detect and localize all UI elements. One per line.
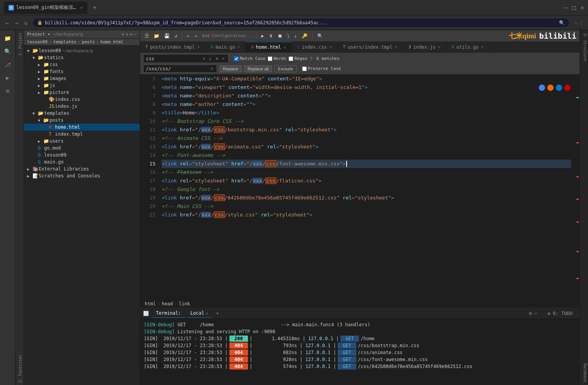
global-search-btn[interactable]: 🔍	[316, 32, 325, 39]
search-icon[interactable]: 🔍	[2, 46, 14, 57]
step-into-btn[interactable]: ↓	[292, 32, 298, 39]
close-tab-btn[interactable]: ✕	[238, 44, 240, 49]
regex-option[interactable]: Regex	[289, 56, 307, 61]
forward-btn[interactable]: →	[13, 19, 19, 27]
structure-label[interactable]: 3: Structure	[580, 30, 588, 64]
tree-item-index-css[interactable]: ▶ 🎨 index.css	[24, 96, 140, 103]
address-bar[interactable]: 🔒 bilibili.com/video/BV1gJ411p7xC/?p=98&…	[32, 18, 570, 28]
tree-item-images[interactable]: ▶ 📁 images	[24, 75, 140, 82]
explorer-icon[interactable]: 📁	[2, 32, 14, 44]
close-tab-btn[interactable]: ✕	[395, 44, 397, 49]
back-btn[interactable]: ←	[4, 19, 10, 27]
terminal-content[interactable]: [GIN-debug] GET /home --> main.main.func…	[140, 319, 579, 385]
bc-head[interactable]: head	[162, 301, 173, 307]
menu-btn[interactable]: ☰	[143, 32, 150, 39]
sync-btn[interactable]: ↺	[173, 32, 179, 39]
tree-item-js[interactable]: ▶ 📁 js	[24, 82, 140, 89]
find-input[interactable]	[146, 56, 200, 61]
tab-utils-go[interactable]: G utils.go ✕	[446, 42, 489, 52]
terminal-tab[interactable]: Terminal:	[152, 309, 185, 318]
tab-home-html[interactable]: H home.html ✕	[246, 42, 292, 52]
tree-item-picture[interactable]: ▶ 📁 picture	[24, 89, 140, 96]
step-over-btn[interactable]: ⤵	[285, 32, 291, 39]
pause-btn[interactable]: ⏸	[267, 32, 275, 39]
tree-item-users[interactable]: ▶ 📁 users	[24, 138, 140, 145]
bc-html[interactable]: html	[145, 301, 156, 307]
multiline-btn[interactable]: ≡	[215, 56, 220, 61]
tree-item-posts[interactable]: ▼ 📂 posts	[24, 117, 140, 124]
run-btn[interactable]: ▶	[260, 32, 265, 39]
extensions-icon[interactable]: ⊞	[2, 85, 14, 97]
close-btn[interactable]: ✕	[580, 4, 584, 11]
sidebar-sort-btn[interactable]: ⇅	[126, 32, 128, 37]
code-area[interactable]: <meta http-equiv="X-UA-Compatible" conte…	[159, 75, 574, 300]
back-btn[interactable]: ←	[185, 32, 191, 39]
regex-help-btn[interactable]: ?	[309, 56, 313, 61]
bc-link[interactable]: link	[179, 301, 190, 307]
close-tab-btn[interactable]: ✕	[284, 45, 286, 50]
replace-input[interactable]	[146, 66, 208, 72]
tree-item-scratches[interactable]: ▶ 📝 Scratches and Consoles	[24, 172, 140, 179]
maximize-btn[interactable]: □	[572, 4, 576, 11]
git-icon[interactable]: ⎇	[2, 59, 14, 70]
tree-item-lesson09[interactable]: ▼ 📂 lesson09 ~/workspace/g	[24, 47, 140, 54]
bc-home-html[interactable]: home.html	[101, 39, 124, 44]
config-btn[interactable]: Add Configuration...	[202, 33, 253, 38]
new-tab-btn[interactable]: +	[91, 4, 99, 11]
save-btn[interactable]: 💾	[162, 32, 171, 39]
todo-tab[interactable]: ≡ 6: TODO	[544, 309, 576, 318]
terminal-settings-btn[interactable]: ⚙	[529, 310, 532, 316]
local-close[interactable]: ✕	[206, 311, 208, 315]
whole-words-option[interactable]: Words	[268, 56, 286, 61]
favorites-label[interactable]: 2: Favorites	[15, 353, 24, 385]
tree-item-home-html[interactable]: ▶ H home.html	[24, 124, 140, 131]
tree-item-external[interactable]: ▶ 📚 External Libraries	[24, 165, 140, 172]
close-search-btn[interactable]: ✕	[221, 56, 226, 61]
tree-item-index-tmpl[interactable]: ▶ T index.tmpl	[24, 131, 140, 138]
replace-button[interactable]: Replace	[219, 65, 242, 72]
sidebar-add-btn[interactable]: ⊕	[122, 32, 125, 37]
close-tab-btn[interactable]: ✕	[197, 44, 200, 49]
tree-item-css[interactable]: ▶ 📁 css	[24, 61, 140, 68]
project-label[interactable]: 1: Project	[15, 30, 24, 58]
close-tab-btn[interactable]: ✕	[481, 44, 484, 49]
run-icon[interactable]: ▶	[2, 72, 14, 83]
sidebar-settings-btn[interactable]: ⚙	[130, 32, 133, 37]
tree-item-lesson09-file[interactable]: ▶ G lesson09	[24, 152, 140, 158]
preserve-case-option[interactable]: Preserve Case	[302, 66, 341, 71]
reload-btn[interactable]: ↻	[23, 19, 29, 27]
database-label[interactable]: Database	[580, 360, 588, 385]
terminal-close-btn[interactable]: −	[534, 310, 537, 316]
local-tab[interactable]: Local ✕	[186, 309, 212, 318]
bc-posts[interactable]: posts	[82, 39, 95, 44]
tree-item-index-js[interactable]: ▶ JS index.js	[24, 103, 140, 110]
add-terminal-btn[interactable]: +	[214, 310, 221, 316]
tab-posts-index-tmpl[interactable]: T posts/index.tmpl ✕	[140, 42, 205, 52]
tree-item-statics[interactable]: ▼ 📂 statics	[24, 54, 140, 61]
tree-item-main-go[interactable]: ▶ G main.go	[24, 158, 140, 165]
tab-close-btn[interactable]: ✕	[80, 5, 83, 10]
active-browser-tab[interactable]: B lesson09_gin框架模板渲染_哔... ✕	[4, 2, 87, 14]
close-replace-btn[interactable]: ✕	[209, 66, 214, 72]
open-file-btn[interactable]: 📁	[152, 32, 161, 39]
tab-index-js[interactable]: J index.js ✕	[403, 42, 446, 52]
tree-item-fonts[interactable]: ▶ 📁 fonts	[24, 68, 140, 75]
fwd-btn[interactable]: →	[193, 32, 198, 39]
tree-item-go-mod[interactable]: ▶ G go.mod	[24, 145, 140, 152]
exclude-button[interactable]: Exclude	[274, 65, 296, 72]
tab-main-go[interactable]: G main.go ✕	[205, 42, 246, 52]
stop-btn[interactable]: ⏹	[276, 32, 284, 39]
tab-users-index-tmpl[interactable]: T users/index.tmpl ✕	[338, 42, 403, 52]
key-btn[interactable]: 🔑	[300, 32, 309, 39]
sidebar-dots-btn[interactable]: ⋯	[134, 32, 137, 37]
bc-lesson09[interactable]: lesson09	[27, 39, 48, 44]
replace-all-button[interactable]: Replace all	[244, 65, 272, 72]
next-match-btn[interactable]: ↓	[208, 55, 213, 62]
prev-match-btn[interactable]: ↑	[202, 55, 207, 62]
close-tab-btn[interactable]: ✕	[329, 44, 332, 49]
close-tab-btn[interactable]: ✕	[438, 44, 441, 49]
project-dropdown[interactable]: Project ▾	[27, 32, 50, 37]
minimize-btn[interactable]: —	[564, 4, 567, 11]
match-case-option[interactable]: Match Case	[234, 56, 265, 61]
bc-templates[interactable]: templates	[53, 39, 77, 44]
